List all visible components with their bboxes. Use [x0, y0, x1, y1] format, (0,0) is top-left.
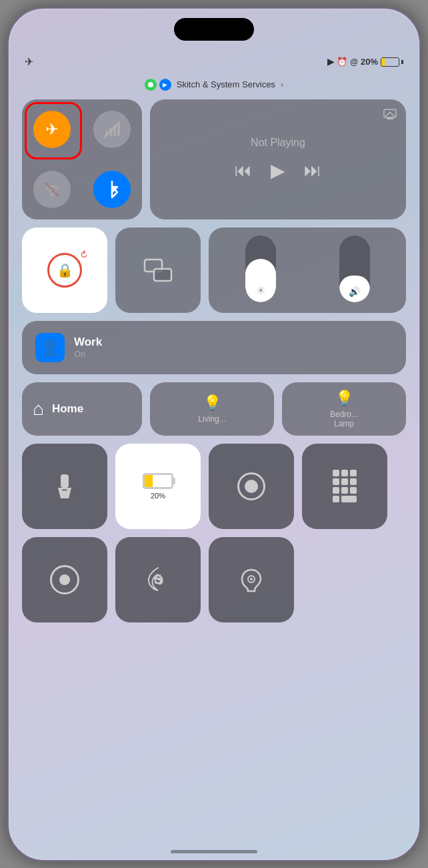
forward-button[interactable]: ⏭ [304, 160, 321, 181]
banner-text: Skitch & System Services [177, 79, 275, 89]
svg-text:S: S [154, 570, 162, 587]
home-indicator[interactable] [171, 850, 257, 853]
battery-level-text: 20% [151, 492, 165, 500]
battery-body [381, 57, 399, 67]
hearing-button[interactable] [209, 537, 294, 622]
brightness-icon: ☀ [256, 284, 265, 297]
living-room-lamp-button[interactable]: 💡 Living... [150, 382, 274, 436]
flashlight-icon [51, 473, 78, 500]
focus-block[interactable]: 👤 Work On [22, 321, 406, 374]
airplane-mode-icon: ✈ [25, 55, 33, 68]
screen-mirror-button[interactable] [115, 228, 201, 313]
lamp-label-living: Living... [198, 414, 225, 424]
svg-rect-4 [117, 123, 120, 136]
media-controls: ⏮ ▶ ⏭ [235, 159, 321, 181]
wifi-off-icon [43, 180, 61, 199]
focus-subtitle: On [74, 349, 102, 359]
sliders-block: ☀ 🔊 [209, 228, 406, 313]
screen-record-icon [237, 472, 265, 500]
alarm-icon: ⏰ [337, 57, 347, 67]
banner-chevron: › [281, 79, 283, 89]
battery-percentage: 20% [361, 57, 378, 67]
battery-fill [381, 58, 385, 66]
cellular-button[interactable] [82, 99, 142, 159]
lamp-label-bedroom: Bedro... Lamp [330, 410, 358, 428]
svg-rect-11 [154, 269, 171, 281]
play-button[interactable]: ▶ [271, 159, 285, 181]
bottom-row-2: S [22, 537, 406, 622]
lamp-icon-living: 💡 [203, 394, 221, 412]
rotation-lock-icon: 🔒 ↻ [47, 253, 82, 288]
lamp-icon-bedroom: 💡 [335, 390, 353, 407]
volume-track: 🔊 [339, 236, 370, 302]
flashlight-button[interactable] [22, 444, 107, 529]
connectivity-media-row: ✈ [22, 99, 406, 220]
connectivity-block: ✈ [22, 99, 142, 220]
power-button[interactable] [419, 195, 421, 269]
screen-rotation-button[interactable]: 🔒 ↻ [22, 228, 107, 313]
volume-down-button[interactable] [7, 252, 9, 299]
volume-icon: 🔊 [349, 286, 360, 297]
status-left: ✈ [25, 55, 33, 68]
svg-point-17 [250, 578, 253, 580]
home-row: ⌂ Home 💡 Living... 💡 Bedro... Lamp [22, 382, 406, 436]
airplane-mode-button[interactable]: ✈ [22, 99, 82, 159]
volume-up-button[interactable] [7, 195, 9, 242]
phone-frame: ✈ ▶ ⏰ @ 20% ▶ Skitch & System Services [7, 7, 421, 861]
svg-point-0 [148, 82, 153, 87]
location-arrow-icon: ▶ [327, 57, 334, 67]
calculator-button[interactable] [302, 444, 387, 529]
hearing-icon [237, 566, 265, 594]
brightness-slider[interactable]: ☀ [217, 236, 304, 305]
status-bar: ✈ ▶ ⏰ @ 20% [9, 49, 419, 75]
row2: 🔒 ↻ ☀ [22, 228, 406, 313]
airplane-icon: ✈ [45, 120, 59, 139]
email-icon: @ [350, 57, 358, 67]
media-player-block: Not Playing ⏮ ▶ ⏭ [150, 99, 406, 220]
bluetooth-button[interactable] [82, 159, 142, 220]
accessibility-icon [50, 565, 79, 594]
svg-point-6 [51, 193, 53, 196]
bottom-row-1: 20% [22, 444, 406, 529]
calculator-icon [333, 470, 357, 502]
focus-row: 👤 Work On [22, 321, 406, 374]
cellular-icon [103, 120, 121, 139]
battery-widget-button[interactable]: 20% [115, 444, 201, 529]
media-not-playing: Not Playing [251, 137, 305, 149]
bedroom-lamp-button[interactable]: 💡 Bedro... Lamp [282, 382, 406, 436]
brightness-track: ☀ [245, 236, 276, 302]
focus-title: Work [74, 336, 102, 349]
screen-mirror-icon [142, 254, 174, 286]
focus-icon: 👤 [35, 333, 65, 362]
screen-record-button[interactable] [209, 444, 294, 529]
control-center: ✈ [22, 99, 406, 833]
dynamic-island [174, 18, 254, 41]
battery-indicator [381, 57, 403, 67]
shazam-button[interactable]: S [115, 537, 201, 622]
home-label: Home [52, 402, 83, 416]
airplane-mode-circle: ✈ [33, 111, 71, 148]
svg-rect-12 [61, 474, 69, 488]
cellular-circle [93, 111, 131, 148]
svg-rect-13 [62, 489, 67, 491]
location-indicator: ▶ [159, 79, 171, 91]
location-banner: ▶ Skitch & System Services › [9, 74, 419, 95]
banner-icons: ▶ [145, 79, 171, 91]
accessibility-button[interactable] [22, 537, 107, 622]
wifi-circle [33, 171, 71, 208]
wifi-button[interactable] [22, 159, 82, 220]
home-icon: ⌂ [33, 398, 44, 420]
focus-text: Work On [74, 336, 102, 359]
camera-indicator [145, 79, 157, 91]
home-button[interactable]: ⌂ Home [22, 382, 142, 436]
volume-slider[interactable]: 🔊 [311, 236, 398, 305]
bluetooth-icon [105, 180, 119, 199]
battery-tip [401, 60, 403, 64]
status-right: ▶ ⏰ @ 20% [327, 57, 403, 67]
rewind-button[interactable]: ⏮ [235, 160, 252, 181]
shazam-icon: S [143, 565, 173, 594]
bluetooth-circle [93, 171, 131, 208]
airplay-icon[interactable] [383, 107, 397, 124]
